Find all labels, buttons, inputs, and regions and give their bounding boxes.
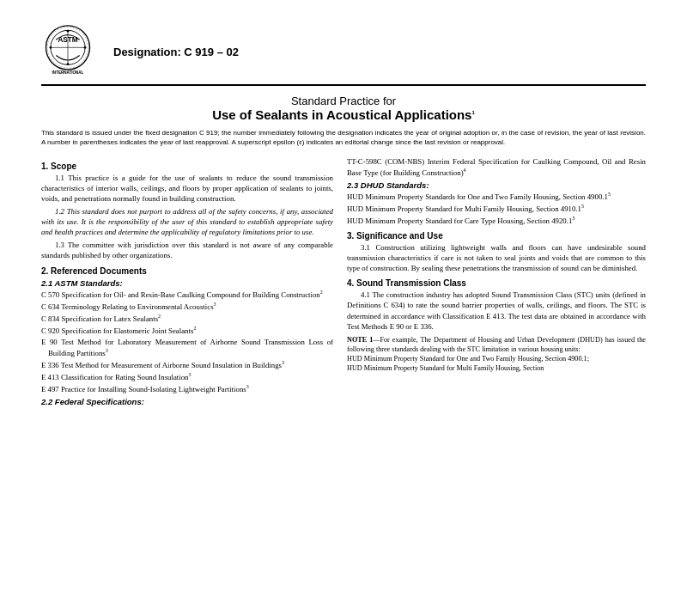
- stc-title: 4. Sound Transmission Class: [347, 278, 646, 288]
- astm-ref-item: C 634 Terminology Relating to Environmen…: [41, 301, 333, 312]
- scope-title: 1. Scope: [41, 162, 333, 171]
- designation-text: Designation: C 919 – 02: [113, 46, 239, 58]
- scope-p3: 1.3 The committee with jurisdiction over…: [41, 240, 333, 260]
- astm-logo: ASTM INTERNATIONAL: [41, 24, 94, 77]
- federal-specs-label: 2.2 Federal Specifications:: [41, 397, 333, 406]
- standard-note: This standard is issued under the fixed …: [41, 129, 646, 148]
- hud2: HUD Minimum Property Standard for Multi …: [347, 203, 646, 214]
- astm-ref-item: E 90 Test Method for Laboratory Measurem…: [41, 337, 333, 358]
- dhud-title: 2.3 DHUD Standards:: [347, 180, 646, 190]
- svg-text:INTERNATIONAL: INTERNATIONAL: [52, 70, 84, 75]
- sig-title: 3. Significance and Use: [347, 231, 646, 241]
- left-column: 1. Scope 1.1 This practice is a guide fo…: [41, 156, 333, 408]
- note1-label: NOTE 1: [347, 336, 373, 344]
- astm-ref-item: C 920 Specification for Elastomeric Join…: [41, 325, 333, 336]
- hud3: HUD Minimum Property Standard for Care T…: [347, 215, 646, 226]
- note1-item1: HUD Minimum Property Standard for One an…: [347, 355, 589, 363]
- note1-item2: HUD Minimum Property Standard for Multi …: [347, 364, 544, 372]
- astm-ref-item: E 497 Practice for Installing Sound-Isol…: [41, 383, 333, 394]
- svg-point-8: [50, 46, 52, 49]
- scope-p1: 1.1 This practice is a guide for the use…: [41, 173, 333, 204]
- note1-text: —For example, The Department of Housing …: [347, 336, 646, 353]
- header: ASTM INTERNATIONAL Designation: C 919 – …: [41, 24, 646, 86]
- ttc-ref: TT-C-598C (COM-NBS) Interim Federal Spec…: [347, 156, 646, 178]
- right-column: TT-C-598C (COM-NBS) Interim Federal Spec…: [347, 156, 646, 408]
- page: ASTM INTERNATIONAL Designation: C 919 – …: [0, 0, 687, 424]
- hud1: HUD Minimum Property Standards for One a…: [347, 191, 646, 202]
- scope-p2: 1.2 This standard does not purport to ad…: [41, 206, 333, 237]
- logo-container: ASTM INTERNATIONAL: [41, 24, 101, 79]
- svg-point-9: [84, 46, 87, 49]
- title-line2: Use of Sealants in Acoustical Applicatio…: [41, 107, 646, 122]
- two-col-layout: 1. Scope 1.1 This practice is a guide fo…: [41, 156, 646, 408]
- astm-ref-item: C 570 Specification for Oil- and Resin-B…: [41, 289, 333, 300]
- astm-standards-label: 2.1 ASTM Standards:: [41, 278, 333, 288]
- svg-point-6: [67, 30, 70, 33]
- astm-ref-item: C 834 Specification for Latex Sealants2: [41, 313, 333, 324]
- astm-ref-item: E 336 Test Method for Measurement of Air…: [41, 359, 333, 370]
- ref-docs-title: 2. Referenced Documents: [41, 266, 333, 276]
- title-section: Standard Practice for Use of Sealants in…: [41, 95, 646, 122]
- title-line1: Standard Practice for: [41, 95, 646, 107]
- stc-p1: 4.1 The construction industry has adopte…: [347, 290, 646, 332]
- astm-refs-list: C 570 Specification for Oil- and Resin-B…: [41, 289, 333, 395]
- svg-point-7: [67, 63, 70, 65]
- note1: NOTE 1—For example, The Department of Ho…: [347, 335, 646, 373]
- astm-ref-item: E 413 Classification for Rating Sound In…: [41, 371, 333, 382]
- sig-p1: 3.1 Construction utilizing lightweight w…: [347, 242, 646, 273]
